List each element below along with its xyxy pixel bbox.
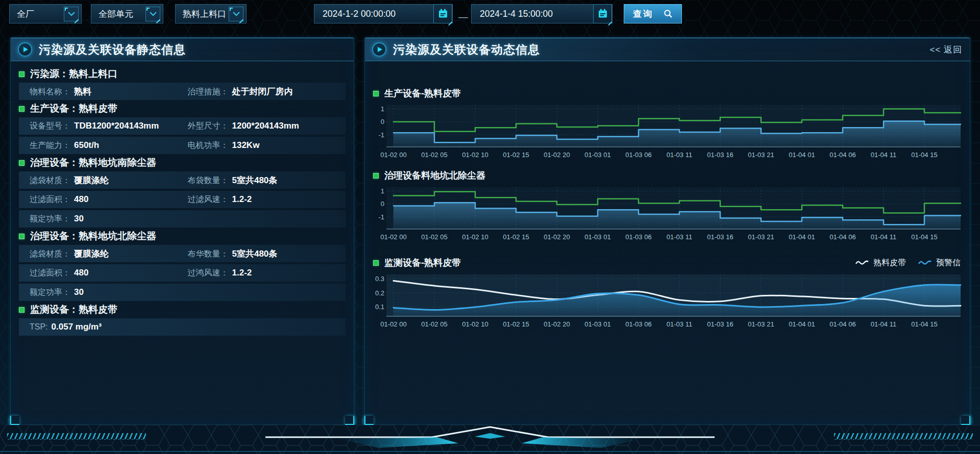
svg-text:01-02 10: 01-02 10 [462, 151, 488, 159]
svg-text:0.1: 0.1 [375, 303, 384, 311]
source-select[interactable]: 熟料上料口 [175, 4, 247, 23]
end-date-picker[interactable]: 2024-1-4 15:00:00 [471, 4, 612, 23]
play-icon [372, 42, 386, 57]
dynamic-panel-header: 污染源及关联设备动态信息 [365, 38, 970, 61]
info-label: TSP: [30, 322, 48, 332]
info-value: 480 [74, 268, 88, 278]
green-square-icon [19, 307, 24, 313]
source-select-value: 熟料上料口 [183, 8, 226, 20]
info-cell: 额定功率：30 [30, 287, 346, 298]
calendar-icon[interactable] [593, 4, 612, 23]
section-heading: 治理设备：熟料地坑南除尘器 [19, 156, 346, 169]
svg-text:01-02 00: 01-02 00 [380, 151, 406, 159]
svg-text:01-04 01: 01-04 01 [789, 320, 815, 328]
section-heading-text: 监测设备：熟料皮带 [30, 303, 117, 316]
info-row: 额定功率：30 [19, 210, 346, 228]
info-label: 过滤风速： [188, 194, 229, 205]
svg-text:01-03 21: 01-03 21 [748, 151, 774, 159]
info-cell: 电机功率：132Kw [188, 140, 346, 151]
svg-text:01-04 15: 01-04 15 [911, 151, 937, 159]
chart-plot-0: 10-101-02 0001-02 0501-02 1001-02 1501-0… [373, 101, 962, 160]
green-square-icon [373, 260, 379, 266]
info-row: 滤袋材质：覆膜涤纶布华数量：5室共480条 [19, 245, 346, 262]
info-value: TDB1200*204143mm [74, 121, 159, 131]
info-value: 熟料 [74, 86, 91, 97]
info-cell: 滤袋材质：覆膜涤纶 [30, 248, 188, 260]
static-panel-header: 污染源及关联设备静态信息 [11, 38, 354, 61]
query-button[interactable]: 查询 [624, 4, 682, 23]
info-label: 设备型号： [30, 121, 70, 132]
info-label: 物料名称： [30, 87, 70, 97]
section-heading: 监测设备：熟料皮带 [19, 303, 346, 316]
info-label: 电机功率： [188, 140, 229, 151]
chevron-down-icon[interactable] [229, 7, 243, 21]
legend-item[interactable]: 熟料皮带 [855, 258, 906, 268]
svg-text:0.2: 0.2 [375, 289, 384, 297]
unit-select[interactable]: 全部单元 [91, 4, 163, 23]
info-row: 过滤面积：480过滤风速：1.2-2 [19, 191, 346, 208]
svg-text:0.3: 0.3 [375, 275, 384, 283]
svg-text:01-02 00: 01-02 00 [380, 320, 406, 328]
squiggle-line-icon [855, 260, 869, 266]
chevron-down-icon[interactable] [145, 7, 160, 21]
info-label: 治理措施： [188, 87, 229, 97]
back-button[interactable]: << 返回 [929, 44, 962, 56]
info-cell: 滤袋材质：覆膜涤纶 [30, 174, 188, 186]
svg-text:01-02 00: 01-02 00 [380, 233, 406, 241]
start-date-picker[interactable]: 2024-1-2 00:00:00 [314, 4, 453, 23]
svg-text:01-02 20: 01-02 20 [544, 151, 570, 159]
info-row: 过滤面积：480过鸿风速：1.2-2 [19, 264, 346, 282]
info-cell: 生产能力：650t/h [30, 140, 188, 151]
section-heading: 治理设备：熟料地坑北除尘器 [19, 230, 346, 243]
plant-select[interactable]: 全厂 [9, 4, 82, 23]
svg-text:01-04 06: 01-04 06 [829, 320, 855, 328]
info-value: 30 [74, 214, 84, 224]
svg-text:01-04 01: 01-04 01 [789, 151, 815, 159]
search-icon [664, 9, 673, 18]
info-label: 布袋数量： [188, 175, 229, 186]
info-row: 滤袋材质：覆膜涤纶布袋数量：5室共480条 [19, 171, 346, 189]
green-square-icon [19, 106, 24, 112]
info-row: 物料名称：熟料治理措施：处于封闭厂房内 [19, 83, 346, 100]
info-value: 650t/h [74, 140, 99, 150]
play-icon [18, 42, 32, 57]
chart-title-row: 生产设备-熟料皮带 [373, 87, 962, 100]
svg-text:1: 1 [381, 105, 384, 113]
toolbar: 全厂 全部单元 熟料上料口 2024-1-2 00:00:00 — 202 [0, 0, 980, 29]
legend-label: 预警信 [936, 258, 961, 268]
info-value: 1200*204143mm [232, 121, 299, 131]
chart-plot-1: 10-101-02 0001-02 0501-02 1001-02 1501-0… [373, 183, 962, 242]
svg-text:01-02 05: 01-02 05 [421, 151, 447, 159]
info-row: 生产能力：650t/h电机功率：132Kw [19, 137, 346, 154]
svg-text:0: 0 [381, 200, 384, 208]
info-label: 过鸿风速： [188, 268, 229, 279]
legend-item[interactable]: 预警信 [918, 258, 961, 268]
section-heading: 污染源：熟料上料口 [19, 67, 346, 81]
chevron-down-icon[interactable] [64, 7, 79, 21]
section-heading-text: 污染源：熟料上料口 [30, 67, 117, 81]
info-value: 5室共480条 [232, 248, 278, 260]
chart-title-row: 监测设备-熟料皮带熟料皮带预警信 [373, 256, 962, 269]
svg-text:01-02 15: 01-02 15 [503, 233, 529, 241]
svg-text:01-02 10: 01-02 10 [462, 233, 488, 241]
static-panel-title: 污染源及关联设备静态信息 [39, 42, 186, 58]
info-value: 处于封闭厂房内 [232, 86, 293, 97]
info-row: 设备型号：TDB1200*204143mm外型尺寸：1200*204143mm [19, 117, 346, 135]
svg-text:01-04 11: 01-04 11 [871, 151, 896, 159]
info-cell: 治理措施：处于封闭厂房内 [188, 86, 346, 97]
svg-text:01-03 16: 01-03 16 [707, 151, 733, 159]
chart-plot-2: 0.30.20.101-02 0001-02 0501-02 1001-02 1… [373, 270, 962, 330]
svg-text:01-02 05: 01-02 05 [421, 233, 447, 241]
svg-text:01-03 21: 01-03 21 [748, 320, 774, 328]
info-cell: 过滤面积：480 [30, 194, 188, 205]
info-row: 额定功率：30 [19, 284, 346, 301]
section-heading-text: 治理设备：熟料地坑北除尘器 [30, 230, 156, 243]
info-value: 1.2-2 [232, 268, 252, 278]
svg-text:01-02 05: 01-02 05 [421, 320, 447, 328]
calendar-icon[interactable] [433, 4, 452, 23]
svg-text:01-04 11: 01-04 11 [871, 233, 896, 241]
svg-text:01-03 21: 01-03 21 [748, 233, 774, 241]
static-info-panel: 污染源及关联设备静态信息 污染源：熟料上料口物料名称：熟料治理措施：处于封闭厂房… [10, 37, 354, 425]
info-cell: 过滤面积：480 [30, 268, 188, 279]
info-label: 额定功率： [30, 214, 70, 224]
